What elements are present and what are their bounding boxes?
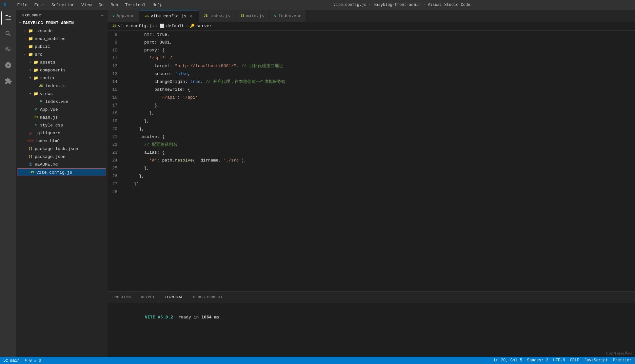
tab-main-js-icon: JS bbox=[240, 14, 244, 18]
main-layout: EXPLORER ⋯ ▾ EASYBLOG-FRONT-ADMIN › 📁 .v… bbox=[0, 10, 635, 357]
status-branch[interactable]: ⎇ main bbox=[3, 358, 20, 363]
router-label: router bbox=[40, 76, 55, 81]
menu-go[interactable]: Go bbox=[96, 2, 106, 8]
activity-explorer[interactable] bbox=[1, 11, 14, 25]
folder-components[interactable]: ▾ 📁 components bbox=[16, 66, 108, 74]
panel-tabs: PROBLEMS OUTPUT TERMINAL DEBUG CONSOLE bbox=[108, 292, 635, 303]
status-left: ⎇ main ⊗ 0 ⚠ 0 bbox=[3, 358, 41, 363]
code-line: }, bbox=[126, 102, 635, 109]
tab-index-js[interactable]: JS index.js bbox=[199, 10, 235, 22]
menu-terminal[interactable]: Terminal bbox=[123, 2, 148, 8]
folder-assets[interactable]: › 📁 assets bbox=[16, 58, 108, 66]
panel-content: VITE v5.0.2 ready in 1064 ms bbox=[108, 303, 635, 357]
vscode-label: .vscode bbox=[35, 29, 53, 33]
menu-bar[interactable]: File Edit Selection View Go Run Terminal… bbox=[15, 2, 166, 8]
tab-index-vue[interactable]: V Index.vue bbox=[269, 10, 307, 22]
folder-public[interactable]: › 📁 public bbox=[16, 43, 108, 50]
status-ln-col[interactable]: Ln 20, Col 5 bbox=[494, 358, 522, 363]
line-number: 10 bbox=[108, 47, 122, 54]
code-line: alias: { bbox=[126, 149, 635, 157]
status-encoding[interactable]: UTF-8 bbox=[553, 358, 565, 363]
file-router-index[interactable]: › JS index.js bbox=[16, 82, 108, 90]
status-errors[interactable]: ⊗ 0 ⚠ 0 bbox=[25, 358, 41, 363]
line-number: 19 bbox=[108, 117, 122, 125]
public-icon: 📁 bbox=[28, 44, 33, 49]
menu-help[interactable]: Help bbox=[150, 2, 165, 8]
file-readme[interactable]: › ⓘ README.md bbox=[16, 161, 108, 168]
file-views-index[interactable]: › V Index.vue bbox=[16, 98, 108, 105]
tab-vite-config[interactable]: JS vite.config.js ✕ bbox=[140, 10, 199, 22]
code-content[interactable]: hmr: true, port: 3001, proxy: { '/api': … bbox=[126, 31, 635, 291]
line-number: 22 bbox=[108, 141, 122, 149]
menu-view[interactable]: View bbox=[79, 2, 94, 8]
code-line: }) bbox=[126, 180, 635, 188]
activity-git[interactable] bbox=[1, 43, 14, 56]
code-line: }, bbox=[126, 125, 635, 133]
activity-search[interactable] bbox=[1, 27, 14, 40]
index-html-label: index.html bbox=[35, 139, 60, 144]
folder-node-modules[interactable]: › 📁 node_modules bbox=[16, 35, 108, 43]
components-label: components bbox=[40, 68, 66, 73]
file-package-lock[interactable]: › {} package-lock.json bbox=[16, 145, 108, 153]
file-package-json[interactable]: › {} package.json bbox=[16, 153, 108, 161]
panel-tab-terminal[interactable]: TERMINAL bbox=[160, 292, 188, 303]
status-formatter[interactable]: Prettier bbox=[613, 358, 632, 363]
tab-app-vue[interactable]: V App.vue bbox=[108, 10, 140, 22]
activity-bar bbox=[0, 10, 16, 357]
code-line: '/api': { bbox=[126, 54, 635, 62]
assets-label: assets bbox=[40, 60, 55, 65]
menu-selection[interactable]: Selection bbox=[49, 2, 77, 8]
folder-root[interactable]: ▾ EASYBLOG-FRONT-ADMIN bbox=[16, 19, 108, 27]
readme-icon: ⓘ bbox=[28, 162, 33, 167]
file-app-vue[interactable]: › V App.vue bbox=[16, 105, 108, 113]
file-vite-config[interactable]: › JS vite.config.js bbox=[17, 168, 106, 176]
status-spaces[interactable]: Spaces: 2 bbox=[527, 358, 548, 363]
components-arrow: ▾ bbox=[28, 67, 33, 73]
activity-extensions[interactable] bbox=[1, 74, 14, 87]
tab-vite-config-icon: JS bbox=[145, 14, 149, 18]
code-line: }, bbox=[126, 117, 635, 125]
src-arrow: ▾ bbox=[22, 52, 28, 57]
panel-tab-debug[interactable]: DEBUG CONSOLE bbox=[188, 292, 228, 303]
activity-debug[interactable] bbox=[1, 59, 14, 72]
file-gitignore[interactable]: › ◇ .gitignore bbox=[16, 129, 108, 137]
panel-tab-problems[interactable]: PROBLEMS bbox=[108, 292, 136, 303]
line-number: 21 bbox=[108, 133, 122, 141]
menu-file[interactable]: File bbox=[15, 2, 30, 8]
line-number: 18 bbox=[108, 109, 122, 117]
status-eol[interactable]: CRLF bbox=[570, 358, 580, 363]
menu-run[interactable]: Run bbox=[108, 2, 121, 8]
views-label: views bbox=[40, 91, 53, 96]
file-main-js[interactable]: › JS main.js bbox=[16, 113, 108, 121]
views-arrow: ▾ bbox=[28, 91, 33, 96]
folder-router[interactable]: ▾ 📁 router bbox=[16, 74, 108, 82]
line-number: 26 bbox=[108, 172, 122, 180]
sidebar: EXPLORER ⋯ ▾ EASYBLOG-FRONT-ADMIN › 📁 .v… bbox=[16, 10, 108, 357]
assets-arrow: › bbox=[28, 60, 33, 65]
file-style-css[interactable]: › # style.css bbox=[16, 121, 108, 129]
menu-edit[interactable]: Edit bbox=[32, 2, 47, 8]
folder-root-label: EASYBLOG-FRONT-ADMIN bbox=[23, 21, 74, 26]
folder-vscode[interactable]: › 📁 .vscode bbox=[16, 27, 108, 35]
folder-views[interactable]: ▾ 📁 views bbox=[16, 90, 108, 98]
assets-icon: 📁 bbox=[33, 59, 39, 65]
tab-index-vue-icon: V bbox=[274, 14, 277, 18]
tab-main-js[interactable]: JS main.js bbox=[235, 10, 269, 22]
package-lock-icon: {} bbox=[28, 146, 33, 152]
code-line: resolve: { bbox=[126, 133, 635, 141]
tab-vite-config-label: vite.config.js bbox=[150, 14, 186, 19]
sidebar-header-actions[interactable]: ⋯ bbox=[101, 13, 104, 17]
line-number: 28 bbox=[108, 188, 122, 196]
router-arrow: ▾ bbox=[28, 75, 33, 81]
file-index-html[interactable]: › </> index.html bbox=[16, 137, 108, 145]
status-language[interactable]: JavaScript bbox=[584, 358, 608, 363]
main-js-label: main.js bbox=[40, 115, 58, 120]
code-line: pathRewrite: { bbox=[126, 86, 635, 94]
panel-tab-output[interactable]: OUTPUT bbox=[136, 292, 160, 303]
new-file-icon[interactable]: ⋯ bbox=[101, 13, 104, 17]
folder-src[interactable]: ▾ 📁 src bbox=[16, 50, 108, 58]
line-number: 27 bbox=[108, 180, 122, 188]
tab-index-js-icon: JS bbox=[204, 14, 208, 18]
tab-vite-config-close[interactable]: ✕ bbox=[188, 13, 193, 19]
line-numbers: 8910111213141516171819202122232425262728 bbox=[108, 31, 126, 291]
